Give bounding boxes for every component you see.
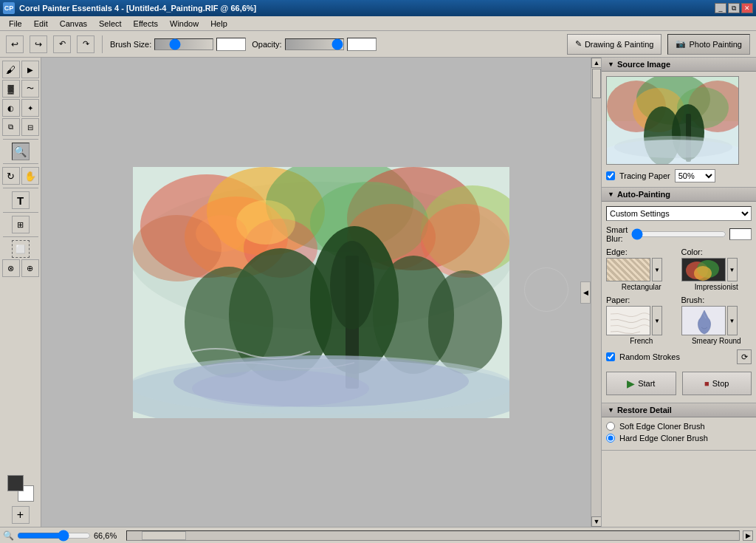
brush-size-slider[interactable] [154, 38, 213, 50]
scroll-down-button[interactable]: ▼ [591, 516, 601, 527]
clone-tool[interactable]: ⧉ [2, 118, 20, 136]
menu-canvas[interactable]: Canvas [54, 18, 93, 30]
opacity-input[interactable]: 100% [347, 38, 377, 51]
restore-expand-icon: ▼ [608, 406, 614, 414]
stop-label: Stop [712, 379, 729, 388]
magnifier-tool[interactable]: 🔍 [12, 143, 30, 160]
random-strokes-row: Random Strokes ⟳ [606, 349, 752, 364]
menu-edit[interactable]: Edit [28, 18, 54, 30]
undo-button[interactable]: ↩ [6, 35, 24, 53]
brush-size-input[interactable]: 31.2 [216, 38, 246, 51]
rotate-left-button[interactable]: ↶ [53, 35, 71, 53]
smart-blur-slider[interactable] [631, 229, 726, 239]
brush-label: Brush: [681, 296, 752, 304]
smear-tool[interactable]: 〜 [21, 80, 39, 98]
smart-blur-value[interactable]: 0% [729, 228, 752, 240]
photo-painting-mode-button[interactable]: 📷 Photo Painting [667, 34, 750, 55]
paint-bucket-tool[interactable]: ▓ [2, 80, 20, 98]
brush-thumbnail[interactable] [681, 306, 726, 335]
brush-tool[interactable]: 🖌 [2, 61, 20, 78]
tracing-paper-checkbox[interactable] [606, 171, 615, 180]
eraser-tool2[interactable]: ⊟ [21, 118, 39, 136]
scroll-up-button[interactable]: ▲ [591, 58, 601, 68]
source-image-thumbnail[interactable] [606, 76, 739, 165]
menu-file[interactable]: File [3, 18, 28, 30]
tool-row-5: 🔍 [12, 143, 30, 160]
minimize-button[interactable]: _ [715, 3, 726, 13]
redo-button[interactable]: ↪ [30, 35, 47, 53]
brush-dropdown[interactable]: ▼ [727, 306, 738, 335]
menu-help[interactable]: Help [205, 18, 233, 30]
random-strokes-icon[interactable]: ⟳ [737, 349, 752, 364]
auto-painting-section: ▼ Auto-Painting Custom Settings Default … [602, 188, 756, 403]
horizontal-scrollbar[interactable] [126, 530, 740, 541]
svg-point-25 [192, 370, 369, 407]
grab-tool[interactable]: ✋ [21, 167, 39, 185]
restore-button[interactable]: ⧉ [728, 3, 740, 13]
brush-name: Smeary Round [681, 337, 752, 345]
paper-dropdown[interactable]: ▼ [652, 306, 662, 335]
h-scroll-right-button[interactable]: ▶ [743, 530, 753, 541]
stop-button[interactable]: ■ Stop [682, 372, 752, 395]
right-panel: ▼ Source Image [601, 58, 756, 527]
tool-row-4: ⧉ ⊟ [2, 118, 39, 136]
photo-painting-label: Photo Painting [689, 40, 742, 49]
svg-point-41 [694, 266, 712, 281]
paper-group: Paper: ▼ [606, 296, 677, 345]
zoom-slider[interactable] [17, 530, 91, 541]
rotate-canvas-tool[interactable]: ↻ [2, 167, 20, 185]
edge-thumbnail[interactable] [606, 258, 650, 281]
scroll-thumb[interactable] [592, 69, 601, 98]
random-strokes-checkbox[interactable] [606, 352, 615, 361]
canvas-vertical-scrollbar[interactable]: ▲ ▼ [591, 58, 601, 527]
foreground-color[interactable] [7, 475, 24, 491]
start-button[interactable]: ▶ Start [606, 372, 676, 395]
effects-tool[interactable]: ✦ [21, 99, 39, 117]
rotate-right-button[interactable]: ↷ [77, 35, 94, 53]
menu-effects[interactable]: Effects [128, 18, 164, 30]
menu-select[interactable]: Select [93, 18, 128, 30]
svg-point-17 [428, 270, 502, 374]
paper-label: Paper: [606, 296, 677, 304]
edge-name: Rectangular [606, 283, 677, 291]
next-tool[interactable]: ▶ [21, 61, 39, 78]
close-button[interactable]: ✕ [741, 3, 753, 13]
text-tool[interactable]: T [12, 191, 30, 209]
scroll-track[interactable] [591, 68, 601, 516]
add-tool-button[interactable]: + [12, 506, 30, 524]
transform-tool[interactable]: ⊞ [12, 216, 30, 233]
tool-sep1 [3, 139, 38, 140]
menubar: File Edit Canvas Select Effects Window H… [0, 16, 756, 31]
source-image-header: ▼ Source Image [602, 58, 756, 72]
edge-dropdown[interactable]: ▼ [652, 258, 662, 281]
settings-select[interactable]: Custom Settings Default [606, 206, 752, 221]
color-label: Color: [681, 247, 752, 256]
opacity-slider[interactable] [285, 38, 344, 50]
dodge-tool[interactable]: ◐ [2, 99, 20, 117]
brush-size-label: Brush Size: [110, 40, 151, 49]
crop-tool[interactable]: ⊕ [21, 259, 39, 277]
color-thumbnail[interactable] [681, 258, 726, 281]
opacity-container: Opacity: 100% [252, 38, 376, 51]
auto-painting-content: Custom Settings Default Smart Blur: 0% E… [602, 202, 756, 369]
source-image-section: ▼ Source Image [602, 58, 756, 188]
stop-icon: ■ [704, 379, 709, 388]
drawing-painting-mode-button[interactable]: ✎ Drawing & Painting [567, 34, 662, 55]
app-icon: CP [3, 2, 15, 14]
soft-edge-radio[interactable] [606, 422, 615, 431]
menu-window[interactable]: Window [164, 18, 205, 30]
color-dropdown[interactable]: ▼ [727, 258, 738, 281]
hard-edge-radio[interactable] [606, 434, 615, 443]
h-scroll-thumb[interactable] [142, 531, 186, 540]
hard-edge-row: Hard Edge Cloner Brush [606, 434, 752, 443]
canvas-area[interactable]: ▲ ▼ ◀ [41, 58, 601, 527]
panel-collapse-button[interactable]: ◀ [580, 281, 591, 304]
paper-thumbnail[interactable] [606, 306, 650, 335]
tool-sep4 [3, 212, 38, 213]
brush-thumb-row: ▼ [681, 306, 752, 335]
painting-canvas[interactable] [133, 167, 509, 418]
rect-selection-tool[interactable]: ⬜ [12, 240, 30, 258]
tracing-paper-row: Tracing Paper 50% 25% 75% 100% [606, 169, 752, 182]
tracing-opacity-select[interactable]: 50% 25% 75% 100% [675, 169, 715, 182]
lasso-tool[interactable]: ⊗ [2, 259, 20, 277]
